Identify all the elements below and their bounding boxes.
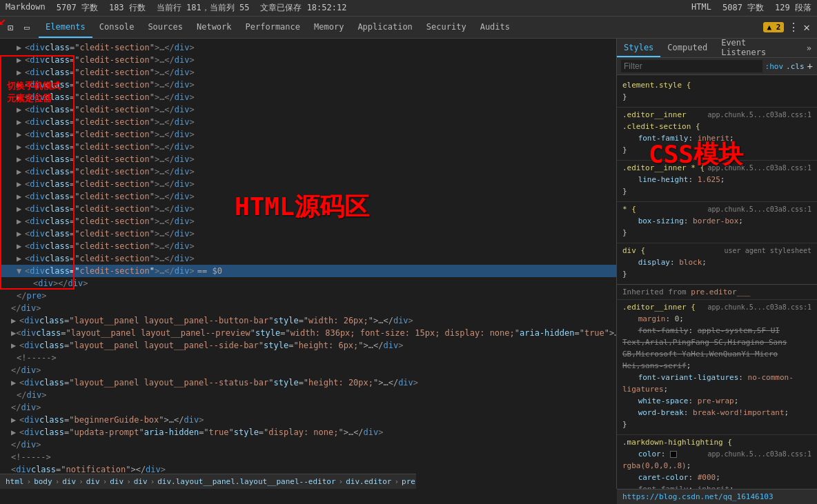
html-line[interactable]: ▶ <div class="layout__panel layout__pane… <box>0 327 616 339</box>
html-line[interactable]: ▶ <div class="beginnerGuide-box">…</div> <box>0 414 616 426</box>
expand-icon[interactable]: ▶ <box>11 339 19 352</box>
html-line[interactable]: ▶ <div class="cledit-section">…</div> <box>0 54 616 66</box>
more-options-icon[interactable]: ⋮ <box>788 21 799 34</box>
devtools-header-right: ▲ 2 ⋮ ✕ <box>763 21 814 34</box>
breadcrumb-editor[interactable]: div.editor <box>346 477 391 486</box>
expand-icon[interactable]: ▶ <box>17 116 25 128</box>
breadcrumb-div1[interactable]: div <box>62 477 76 486</box>
tab-security[interactable]: Security <box>420 17 473 38</box>
expand-icon[interactable]: ▶ <box>17 252 25 265</box>
html-line[interactable]: ▶ <div class="cledit-section">…</div> <box>0 79 616 91</box>
expand-icon[interactable]: ▶ <box>11 314 19 327</box>
filter-cls-btn[interactable]: .cls <box>786 62 805 71</box>
expand-icon[interactable]: ▶ <box>17 165 25 178</box>
html-line[interactable]: </pre> <box>0 290 616 302</box>
html-line[interactable]: ▶ <div class="cledit-section">…</div> <box>0 41 616 54</box>
tab-application[interactable]: Application <box>351 17 419 38</box>
css-tab-more-icon[interactable]: » <box>801 39 817 57</box>
html-line-selected[interactable]: ▼ <div class="cledit-section">…</div> ==… <box>0 265 616 277</box>
devtools-nav-tabs: Elements Console Sources Network Perform… <box>39 17 517 38</box>
tab-performance[interactable]: Performance <box>239 17 307 38</box>
breadcrumb-pre[interactable]: pre.editor__inner.markdown-highlighting <box>402 477 416 486</box>
html-line[interactable]: ▶ <div class="cledit-section">…</div> <box>0 141 616 153</box>
expand-icon[interactable]: ▶ <box>17 128 25 141</box>
breadcrumb-div3[interactable]: div <box>110 477 124 486</box>
save-info: 文章已保存 18:52:12 <box>260 2 346 14</box>
main-content: 切换手机模式 元素定位器 HTML源码区 ▶ <div class="cledi… <box>0 39 817 489</box>
html-line[interactable]: <div></div> <box>0 277 616 290</box>
html-line[interactable]: </div> <box>0 364 616 376</box>
device-icon: ▭ <box>24 22 30 32</box>
html-line[interactable]: ▶ <div class="cledit-section">…</div> <box>0 252 616 265</box>
expand-icon[interactable]: ▶ <box>17 228 25 240</box>
html-line[interactable]: ▶ <div class="layout__panel layout__pane… <box>0 376 616 389</box>
html-line[interactable]: ▶ <div class="cledit-section">…</div> <box>0 128 616 141</box>
html-line[interactable]: ▶ <div class="cledit-section">…</div> <box>0 228 616 240</box>
breadcrumb-body[interactable]: body <box>34 477 52 486</box>
tab-elements[interactable]: Elements <box>39 17 92 38</box>
top-bar-right: HTML 5087 字数 129 段落 <box>691 2 811 14</box>
html-line[interactable]: ▶ <div class="cledit-section">…</div> <box>0 190 616 203</box>
html-line[interactable]: ▶ <div class="cledit-section">…</div> <box>0 240 616 252</box>
html-line[interactable]: ▶ <div class="cledit-section">…</div> <box>0 203 616 215</box>
html-line[interactable]: ▶ <div class="layout__panel layout__pane… <box>0 339 616 352</box>
html-line[interactable]: </div> <box>0 439 616 451</box>
expand-icon[interactable]: ▶ <box>17 215 25 228</box>
filter-pseudo-btn[interactable]: :hov <box>765 62 784 71</box>
tab-styles[interactable]: Styles <box>617 39 660 57</box>
expand-icon[interactable]: ▶ <box>17 240 25 252</box>
tab-audits[interactable]: Audits <box>473 17 517 38</box>
expand-icon[interactable]: ▶ <box>17 41 25 54</box>
breadcrumb-div2[interactable]: div <box>86 477 100 486</box>
expand-icon[interactable]: ▶ <box>17 79 25 91</box>
expand-icon[interactable]: ▶ <box>17 153 25 165</box>
tab-network[interactable]: Network <box>190 17 239 38</box>
html-line[interactable]: ▶ <div class="cledit-section">…</div> <box>0 165 616 178</box>
device-icon-btn[interactable]: ▭ <box>19 20 35 35</box>
breadcrumb-div4[interactable]: div <box>134 477 148 486</box>
tab-sources[interactable]: Sources <box>141 17 190 38</box>
css-filter-bar: :hov .cls + <box>617 58 817 75</box>
tab-event-listeners[interactable]: Event Listeners <box>714 39 801 57</box>
html-line[interactable]: ▶ <div class="cledit-section">…</div> <box>0 178 616 190</box>
css-rule-element-style: element.style { } <box>617 78 817 104</box>
expand-icon[interactable]: ▶ <box>11 327 16 339</box>
tab-computed[interactable]: Computed <box>660 39 714 57</box>
expand-icon[interactable]: ▶ <box>17 190 25 203</box>
expand-icon[interactable]: ▶ <box>17 54 25 66</box>
filter-add-btn[interactable]: + <box>807 61 813 72</box>
expand-icon[interactable]: ▶ <box>17 66 25 79</box>
expand-icon[interactable]: ▶ <box>17 103 25 116</box>
char-count: 5707 字数 <box>57 2 98 14</box>
html-line[interactable]: ▶ <div class="updata-prompt" aria-hidden… <box>0 426 616 439</box>
tab-console[interactable]: Console <box>92 17 141 38</box>
html-line[interactable]: ▶ <div class="layout__panel layout__pane… <box>0 314 616 327</box>
expand-icon[interactable]: ▶ <box>11 426 19 439</box>
expand-icon[interactable]: ▶ <box>17 141 25 153</box>
html-line[interactable]: </div> <box>0 302 616 314</box>
expand-icon[interactable]: ▶ <box>17 203 25 215</box>
expand-icon[interactable]: ▶ <box>17 91 25 103</box>
tab-memory[interactable]: Memory <box>307 17 351 38</box>
breadcrumb-bar: html › body › div › div › div › div › di… <box>0 474 416 489</box>
breadcrumb-html[interactable]: html <box>6 477 24 486</box>
css-filter-input[interactable] <box>621 60 762 72</box>
expand-icon[interactable]: ▶ <box>11 376 19 389</box>
html-line[interactable]: ▶ <div class="cledit-section">…</div> <box>0 103 616 116</box>
html-line[interactable]: </div> <box>0 401 616 414</box>
expand-icon[interactable]: ▶ <box>11 414 19 426</box>
css-rule-editor-inner: .editor__inner app.chunk.5...c03a8.css:1… <box>617 107 817 157</box>
html-line: <!-----> <box>0 451 616 463</box>
breadcrumb-layout-editor[interactable]: div.layout__panel.layout__panel--editor <box>157 477 335 486</box>
html-line[interactable]: ▶ <div class="cledit-section">…</div> <box>0 215 616 228</box>
expand-icon[interactable]: ▶ <box>17 178 25 190</box>
html-line[interactable]: ▶ <div class="cledit-section">…</div> <box>0 91 616 103</box>
html-line[interactable]: </div> <box>0 389 616 401</box>
html-line[interactable]: ▶ <div class="cledit-section">…</div> <box>0 153 616 165</box>
html-line[interactable]: ▶ <div class="cledit-section">…</div> <box>0 116 616 128</box>
expand-icon[interactable]: ▼ <box>17 265 25 277</box>
cursor-icon-btn[interactable]: ⊡ ↙ <box>3 20 18 35</box>
css-rule-editor-inner-star: .editor__inner * { app.chunk.5...c03a8.c… <box>617 160 817 199</box>
close-icon[interactable]: ✕ <box>803 21 810 34</box>
html-line[interactable]: ▶ <div class="cledit-section">…</div> <box>0 66 616 79</box>
